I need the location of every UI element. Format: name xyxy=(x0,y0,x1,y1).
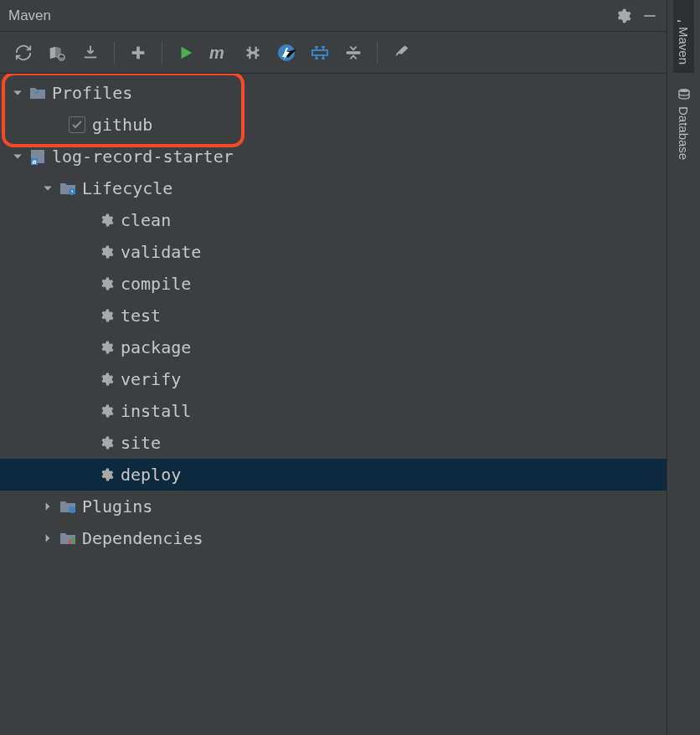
lifecycle-folder-icon xyxy=(59,179,77,198)
gear-icon xyxy=(97,306,116,325)
chevron-right-icon[interactable] xyxy=(40,531,55,546)
chevron-down-icon[interactable] xyxy=(10,149,25,164)
goal-test[interactable]: test xyxy=(0,300,667,332)
checkbox[interactable] xyxy=(69,116,85,133)
profiles-node[interactable]: Profiles xyxy=(0,77,667,109)
gear-icon xyxy=(97,402,116,420)
add-project-button[interactable] xyxy=(123,38,153,68)
rail-tab-maven[interactable]: m Maven xyxy=(673,0,694,73)
goal-label: package xyxy=(121,337,191,357)
goal-deploy[interactable]: deploy xyxy=(0,459,667,491)
panel-title: Maven xyxy=(8,8,51,24)
gear-icon xyxy=(97,275,116,293)
svg-rect-7 xyxy=(312,50,327,55)
reload-button[interactable] xyxy=(8,38,39,68)
profile-github[interactable]: github xyxy=(0,109,667,141)
svg-text:m: m xyxy=(209,44,224,62)
chevron-down-icon[interactable] xyxy=(10,85,25,100)
lifecycle-node[interactable]: Lifecycle xyxy=(0,172,667,204)
generate-sources-button[interactable] xyxy=(42,38,72,68)
profile-label: github xyxy=(92,115,152,135)
rail-tab-label: Database xyxy=(677,106,691,160)
chevron-right-icon[interactable] xyxy=(40,499,55,514)
dependencies-label: Dependencies xyxy=(82,528,203,548)
goal-label: test xyxy=(121,306,161,326)
plugins-node[interactable]: Plugins xyxy=(0,491,667,522)
goal-label: clean xyxy=(121,210,171,230)
download-sources-button[interactable] xyxy=(75,38,106,68)
collapse-all-button[interactable] xyxy=(338,38,368,68)
goal-site[interactable]: site xyxy=(0,427,667,459)
goal-package[interactable]: package xyxy=(0,332,667,363)
svg-rect-0 xyxy=(644,15,655,17)
skip-tests-button[interactable] xyxy=(271,38,301,68)
gear-icon xyxy=(97,465,116,484)
goal-clean[interactable]: clean xyxy=(0,204,667,236)
separator xyxy=(162,42,162,64)
goal-label: validate xyxy=(121,242,201,262)
svg-rect-4 xyxy=(132,51,145,54)
plugins-folder-icon xyxy=(59,497,77,516)
maven-panel: Maven m xyxy=(0,0,667,735)
minimize-icon[interactable] xyxy=(641,8,658,24)
maven-module-icon: m xyxy=(28,147,47,166)
goal-verify[interactable]: verify xyxy=(0,363,667,395)
dependencies-node[interactable]: Dependencies xyxy=(0,522,667,554)
goal-label: verify xyxy=(121,369,181,389)
goal-label: deploy xyxy=(121,465,181,485)
goal-label: install xyxy=(121,401,191,421)
svg-point-12 xyxy=(69,506,75,513)
toggle-offline-button[interactable] xyxy=(238,38,268,68)
toolbar: m xyxy=(0,32,667,74)
rail-tab-label: Maven xyxy=(677,27,691,64)
gear-icon xyxy=(97,338,116,357)
separator xyxy=(377,42,378,64)
goal-install[interactable]: install xyxy=(0,395,667,427)
run-button[interactable] xyxy=(171,38,201,68)
svg-point-1 xyxy=(59,54,64,59)
show-dependencies-button[interactable] xyxy=(305,38,335,68)
svg-point-16 xyxy=(679,89,689,92)
gear-icon xyxy=(97,211,116,229)
svg-rect-13 xyxy=(69,539,71,544)
rail-tab-database[interactable]: Database xyxy=(673,80,694,168)
gear-icon xyxy=(97,243,116,261)
svg-text:m: m xyxy=(677,19,686,22)
chevron-down-icon[interactable] xyxy=(40,181,55,196)
settings-button[interactable] xyxy=(386,38,416,68)
goal-label: site xyxy=(121,433,161,453)
right-rail: m Maven Database xyxy=(667,0,700,735)
goal-validate[interactable]: validate xyxy=(0,236,667,268)
goal-label: compile xyxy=(121,274,191,294)
lifecycle-label: Lifecycle xyxy=(82,178,172,198)
svg-rect-14 xyxy=(72,537,75,544)
profiles-label: Profiles xyxy=(52,83,132,103)
gear-icon[interactable] xyxy=(615,8,631,24)
project-label: log-record-starter xyxy=(52,146,234,167)
svg-rect-2 xyxy=(85,56,97,58)
goal-compile[interactable]: compile xyxy=(0,268,667,300)
plugins-label: Plugins xyxy=(82,496,152,517)
dependencies-folder-icon xyxy=(59,529,77,547)
project-node[interactable]: m log-record-starter xyxy=(0,141,667,172)
panel-header: Maven xyxy=(0,0,667,32)
gear-icon xyxy=(97,434,116,452)
profiles-folder-icon xyxy=(28,84,47,102)
gear-icon xyxy=(97,370,116,388)
execute-goal-button[interactable]: m xyxy=(204,38,234,68)
separator xyxy=(114,42,115,64)
header-actions xyxy=(615,8,658,24)
maven-tree[interactable]: Profiles github m log-record-starter Lif… xyxy=(0,74,667,735)
